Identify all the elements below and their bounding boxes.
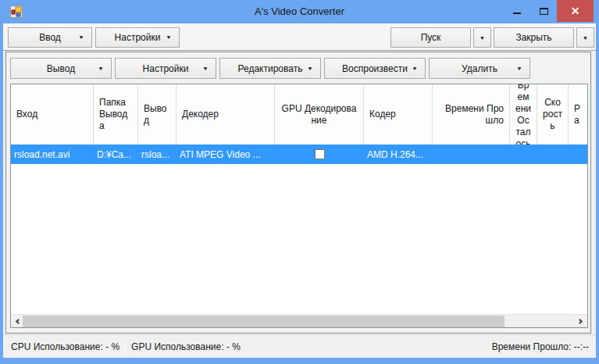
toolbar-top: Ввод▼Настройки▼ Пуск▼Закрыть▼ <box>3 23 596 51</box>
column-header-gpu-decode-label: GPU Декодирование <box>280 103 358 127</box>
chevron-left-icon <box>15 319 20 324</box>
toolbar-top-right-group: Пуск▼Закрыть▼ <box>390 27 594 48</box>
scroll-left-button[interactable] <box>11 316 23 327</box>
app-window: A's Video Converter ✕ Ввод▼Настройки▼ Пу… <box>0 0 599 364</box>
close-task-button-label: Закрыть <box>515 32 551 43</box>
table-settings-menu-button[interactable]: Настройки▼ <box>115 58 216 79</box>
cell-gpu-decode <box>275 149 364 159</box>
column-header-input-label: Вход <box>16 109 87 120</box>
column-header-ra-label: Ра <box>574 103 583 127</box>
play-menu-button-label: Воспроизвести <box>342 63 408 74</box>
cell-input: rsload.net.avi <box>11 149 94 160</box>
cpu-usage-label: CPU Использование: - % <box>11 341 119 352</box>
scroll-right-button[interactable] <box>574 316 587 327</box>
maximize-button[interactable] <box>531 0 556 22</box>
close-button[interactable]: ✕ <box>557 0 594 22</box>
input-menu-button[interactable]: Ввод▼ <box>8 27 92 48</box>
time-elapsed-status-label: Времени Прошло: --:-- <box>492 341 589 352</box>
column-header-gpu-decode[interactable]: GPU Декодирование <box>275 84 364 145</box>
column-header-time-remaining-label: Времени Осталось <box>515 84 531 145</box>
scrollbar-thumb[interactable] <box>23 316 505 327</box>
maximize-icon <box>540 8 548 15</box>
chevron-right-icon <box>576 319 582 324</box>
titlebar: A's Video Converter ✕ <box>0 0 599 23</box>
delete-menu-button-label: Удалить <box>462 63 497 74</box>
dropdown-arrow-icon: ▼ <box>412 66 418 71</box>
dropdown-arrow-icon: ▼ <box>98 66 104 71</box>
play-menu-button[interactable]: Воспроизвести▼ <box>324 58 426 79</box>
input-menu-button-label: Ввод <box>39 32 61 43</box>
column-header-output-folder[interactable]: Папка Вывода <box>94 84 138 145</box>
column-header-encoder-label: Кодер <box>369 109 426 120</box>
minimize-button[interactable] <box>505 0 529 22</box>
settings-menu-button[interactable]: Настройки▼ <box>95 27 180 48</box>
column-header-encoder[interactable]: Кодер <box>364 84 433 145</box>
delete-menu-button[interactable]: Удалить▼ <box>429 58 530 79</box>
settings-menu-button-label: Настройки <box>115 32 161 43</box>
cell-output-folder: D:¥Ca... <box>94 149 138 160</box>
toolbar-table: Вывод▼Настройки▼Редактировать▼Воспроизве… <box>10 58 530 79</box>
column-header-time-elapsed-label: Времени Прошло <box>438 103 504 127</box>
dropdown-arrow-icon: ▼ <box>307 66 313 71</box>
table-header-row: ВходПапка ВыводаВыводДекодерGPU Декодиро… <box>11 84 587 145</box>
column-header-time-elapsed[interactable]: Времени Прошло <box>433 84 510 145</box>
statusbar-separator <box>125 340 126 354</box>
gpu-decode-checkbox[interactable] <box>315 149 325 159</box>
horizontal-scrollbar[interactable] <box>11 314 587 327</box>
client-area: Ввод▼Настройки▼ Пуск▼Закрыть▼ Вывод▼Наст… <box>3 23 596 358</box>
conversion-panel: Вывод▼Настройки▼Редактировать▼Воспроизве… <box>5 52 591 334</box>
column-header-output[interactable]: Вывод <box>138 84 176 145</box>
column-header-time-remaining[interactable]: Времени Осталось <box>510 84 537 145</box>
column-header-ra[interactable]: Ра <box>569 84 588 145</box>
table-body: rsload.net.aviD:¥Ca...rsloa...ATI MPEG V… <box>11 145 587 164</box>
cell-encoder: AMD H.264... <box>364 149 433 160</box>
table-settings-menu-button-label: Настройки <box>143 63 189 74</box>
close-task-button[interactable]: Закрыть <box>494 27 574 48</box>
dropdown-arrow-icon: ▼ <box>516 66 522 71</box>
gpu-usage-label: GPU Использование: - % <box>131 341 241 352</box>
column-header-input[interactable]: Вход <box>11 84 94 145</box>
statusbar: CPU Использование: - % GPU Использование… <box>3 334 596 358</box>
edit-menu-button[interactable]: Редактировать▼ <box>219 58 321 79</box>
minimize-icon <box>513 12 521 14</box>
output-menu-button-label: Вывод <box>47 63 75 74</box>
close-task-dropdown-button[interactable]: ▼ <box>576 27 594 48</box>
start-button[interactable]: Пуск <box>390 27 471 48</box>
cell-output: rsloa... <box>138 149 176 160</box>
dropdown-arrow-icon: ▼ <box>202 66 209 71</box>
column-header-decoder-label: Декодер <box>182 109 269 120</box>
dropdown-arrow-icon: ▼ <box>78 34 84 40</box>
toolbar-top-left-group: Ввод▼Настройки▼ <box>8 27 180 48</box>
dropdown-arrow-icon: ▼ <box>583 34 589 40</box>
column-header-speed-label: Скорость <box>543 97 562 132</box>
dropdown-arrow-icon: ▼ <box>166 34 172 40</box>
column-header-decoder[interactable]: Декодер <box>176 84 275 145</box>
column-header-output-folder-label: Папка Вывода <box>99 97 132 132</box>
edit-menu-button-label: Редактировать <box>238 63 303 74</box>
dropdown-arrow-icon: ▼ <box>480 34 486 40</box>
column-header-speed[interactable]: Скорость <box>537 84 569 145</box>
cell-decoder: ATI MPEG Video ... <box>176 149 275 160</box>
column-header-output-label: Вывод <box>144 103 170 127</box>
close-icon: ✕ <box>571 5 580 16</box>
table-row[interactable]: rsload.net.aviD:¥Ca...rsloa...ATI MPEG V… <box>11 145 587 164</box>
start-dropdown-button[interactable]: ▼ <box>473 27 491 48</box>
output-menu-button[interactable]: Вывод▼ <box>10 58 112 79</box>
conversion-table: ВходПапка ВыводаВыводДекодерGPU Декодиро… <box>10 84 588 328</box>
start-button-label: Пуск <box>421 32 441 43</box>
